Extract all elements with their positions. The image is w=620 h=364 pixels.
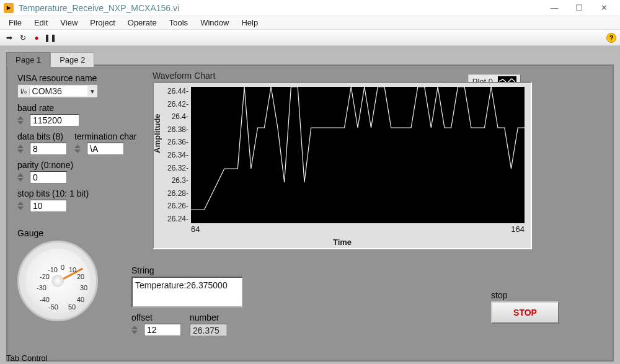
menu-operate[interactable]: Operate (122, 17, 163, 29)
close-button[interactable]: ✕ (591, 1, 616, 15)
minimize-button[interactable]: — (542, 1, 567, 15)
window-title: Temperature_Receive_NXP_MCXA156.vi (19, 3, 179, 13)
menu-view[interactable]: View (54, 17, 84, 29)
y-tick: 26.26- (166, 202, 188, 210)
y-tick: 26.24- (166, 215, 188, 223)
run-continuous-icon[interactable]: ↻ (17, 32, 29, 43)
gauge-tick-label: -50 (48, 303, 58, 311)
x-axis-label: Time (154, 237, 531, 247)
tab-page-1[interactable]: Page 1 (6, 52, 50, 67)
offset-label: offset (131, 313, 181, 322)
y-axis-label: Amplitude (153, 113, 162, 153)
visa-value: COM36 (30, 86, 87, 96)
y-tick: 26.28- (166, 189, 188, 198)
gauge-tick-label: -20 (40, 273, 50, 280)
y-tick: 26.32- (166, 164, 188, 172)
y-tick: 26.4- (166, 112, 188, 121)
title-bar: Temperature_Receive_NXP_MCXA156.vi — ☐ ✕ (0, 0, 620, 16)
io-icon: I/₀ (18, 88, 30, 95)
number-indicator: 26.375 (190, 324, 227, 336)
baud-spinner[interactable] (17, 115, 27, 125)
databits-spinner[interactable] (17, 144, 27, 154)
y-tick: 26.36- (166, 138, 188, 146)
baud-label: baud rate (17, 103, 141, 113)
string-label: String (131, 265, 243, 275)
y-tick: 26.44- (166, 87, 188, 95)
termchar-input[interactable] (87, 143, 124, 155)
menu-window[interactable]: Window (194, 17, 235, 29)
offset-spinner[interactable] (131, 325, 141, 335)
databits-label: data bits (8) (17, 131, 67, 141)
toolbar: ➡ ↻ ● ❚❚ ? (0, 30, 620, 46)
gauge-tick-label: -30 (37, 284, 46, 291)
stop-button[interactable]: STOP (491, 301, 559, 324)
menu-edit[interactable]: Edit (28, 17, 54, 29)
menu-tools[interactable]: Tools (163, 17, 194, 29)
y-tick: 26.3- (166, 176, 188, 185)
parity-label: parity (0:none) (17, 160, 141, 170)
help-icon[interactable]: ? (606, 33, 616, 43)
y-tick: 26.42- (166, 100, 188, 109)
gauge-tick-label: -40 (40, 296, 50, 303)
gauge-tick-label: 0 (61, 264, 64, 271)
tab-control-label: Tab Control (6, 353, 47, 363)
parity-input[interactable] (30, 171, 67, 184)
waveform-line (191, 87, 525, 223)
x-tick-min: 64 (191, 224, 200, 234)
menu-file[interactable]: File (2, 17, 28, 29)
maximize-button[interactable]: ☐ (567, 1, 591, 15)
visa-combo[interactable]: I/₀ COM36 ▼ (17, 84, 98, 98)
run-arrow-icon[interactable]: ➡ (4, 32, 15, 43)
gauge-center (51, 275, 64, 287)
parity-spinner[interactable] (17, 172, 27, 182)
abort-icon[interactable]: ● (31, 32, 42, 43)
stop-label: stop (491, 290, 559, 300)
visa-label: VISA resource name (17, 73, 141, 83)
gauge-tick-label: 40 (77, 296, 84, 303)
baud-input[interactable] (30, 114, 79, 127)
y-tick: 26.34- (166, 151, 188, 159)
chart-frame: Amplitude 26.44-26.42-26.4-26.38-26.36-2… (153, 82, 532, 249)
x-ticks: 64 164 (191, 224, 525, 234)
front-panel: Page 1 Page 2 VISA resource name I/₀ COM… (0, 46, 620, 364)
gauge-tick-label: 30 (80, 284, 87, 291)
y-tick: 26.38- (166, 125, 188, 134)
gauge-face: 01020304050-10-20-30-40-50 (25, 249, 90, 313)
app-icon (4, 3, 14, 13)
number-label: number (190, 313, 227, 322)
gauge-tick-label: 50 (68, 303, 76, 311)
tab-control: Page 1 Page 2 VISA resource name I/₀ COM… (6, 64, 614, 362)
string-indicator: Temperature:26.375000 (131, 277, 243, 308)
x-tick-max: 164 (511, 224, 525, 234)
pause-icon[interactable]: ❚❚ (45, 32, 56, 43)
termchar-label: termination char (74, 131, 136, 141)
gauge[interactable]: 01020304050-10-20-30-40-50 (17, 241, 98, 321)
menu-project[interactable]: Project (84, 17, 121, 29)
tab-page-2[interactable]: Page 2 (50, 52, 94, 67)
stopbits-spinner[interactable] (17, 201, 27, 211)
gauge-tick-label: 10 (69, 266, 76, 273)
termchar-spinner[interactable] (74, 144, 84, 154)
menu-bar: FileEditViewProjectOperateToolsWindowHel… (0, 16, 620, 30)
combo-arrow-icon: ▼ (87, 88, 97, 95)
y-ticks: 26.44-26.42-26.4-26.38-26.36-26.34-26.32… (166, 87, 188, 223)
stopbits-input[interactable] (30, 200, 67, 212)
gauge-label: Gauge (17, 228, 98, 238)
offset-input[interactable] (144, 324, 181, 336)
stopbits-label: stop bits (10: 1 bit) (17, 189, 141, 198)
plot-area[interactable] (191, 87, 525, 223)
databits-input[interactable] (30, 143, 67, 155)
gauge-tick-label: 20 (77, 273, 84, 280)
menu-help[interactable]: Help (235, 17, 264, 29)
